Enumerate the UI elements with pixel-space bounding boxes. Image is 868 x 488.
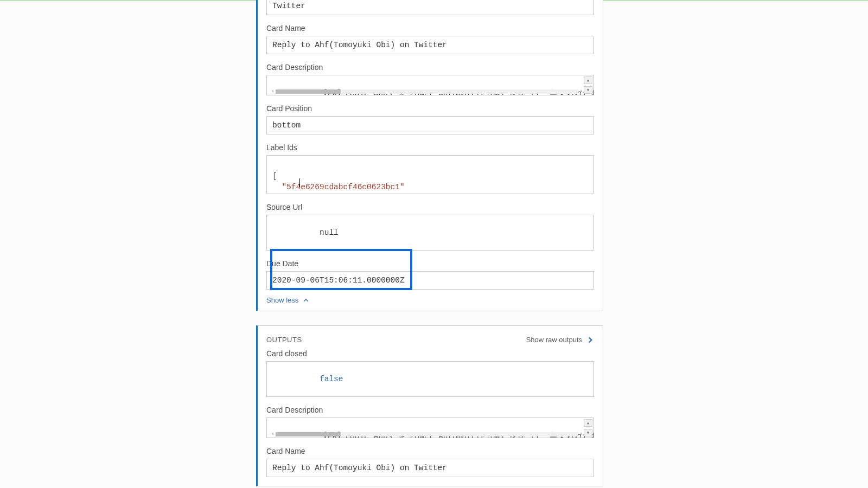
card-name-label: Card Name (266, 24, 594, 33)
field-card-name: Card Name Reply to Ahf(Tomoyuki Obi) on … (266, 24, 594, 54)
show-less-link[interactable]: Show less (266, 296, 309, 304)
scroll-left-icon[interactable]: ‹ (270, 89, 276, 94)
scroll-track[interactable] (276, 432, 578, 436)
scroll-down-button[interactable]: ▾ (584, 429, 592, 436)
source-url-value[interactable]: null (266, 215, 594, 251)
scroll-up-button[interactable]: ▴ (584, 419, 592, 427)
field-card-position: Card Position bottom (266, 104, 594, 134)
scroll-track[interactable] (276, 89, 578, 94)
card-closed-label: Card closed (266, 349, 594, 358)
out-card-name-label: Card Name (266, 447, 594, 455)
text-caret (299, 178, 300, 187)
card-description-value[interactable]: 【PR】Logic Apps や Power Automate(Flow) を使… (266, 75, 594, 95)
field-card-closed: Card closed false (266, 349, 594, 397)
card-name-value[interactable]: Reply to Ahf(Tomoyuki Obi) on Twitter (266, 36, 594, 54)
card-closed-value[interactable]: false (266, 361, 594, 397)
field-due-date: Due Date 2020-09-06T15:06:11.0000000Z (266, 259, 594, 290)
scroll-left-icon[interactable]: ‹ (270, 432, 276, 436)
card-closed-text: false (320, 375, 343, 383)
source-url-label: Source Url (266, 203, 594, 211)
chevron-right-icon (586, 336, 594, 344)
card-position-label: Card Position (266, 104, 594, 113)
scroll-right-icon[interactable]: › (578, 432, 584, 436)
label-ids-close: ] (272, 194, 277, 194)
card-position-value[interactable]: bottom (266, 116, 594, 134)
source-url-text: null (320, 228, 339, 237)
due-date-value[interactable]: 2020-09-06T15:06:11.0000000Z (266, 271, 594, 290)
label-ids-value[interactable]: [ "5f4e6269cdabcf46c0623bc1" ] (266, 155, 594, 194)
due-date-label: Due Date (266, 259, 594, 268)
h-scrollbar[interactable]: ‹ › (270, 89, 584, 94)
out-card-description-value[interactable]: 【PR】Logic Apps や Power Automate(Flow) を使… (266, 418, 594, 438)
label-ids-label: Label Ids (266, 143, 594, 152)
scroll-thumb[interactable] (276, 89, 341, 94)
field-source-url: Source Url null (266, 203, 594, 251)
outputs-header: OUTPUTS Show raw outputs (266, 333, 594, 349)
out-card-description-label: Card Description (266, 406, 594, 414)
outputs-title: OUTPUTS (266, 336, 302, 344)
inputs-panel: Twitter Card Name Reply to Ahf(Tomoyuki … (256, 0, 603, 311)
out-card-name-value[interactable]: Reply to Ahf(Tomoyuki Obi) on Twitter (266, 459, 594, 477)
field-twitter: Twitter (266, 0, 594, 15)
label-ids-open: [ (272, 172, 277, 181)
viewport: Twitter Card Name Reply to Ahf(Tomoyuki … (0, 0, 868, 488)
twitter-value[interactable]: Twitter (266, 0, 594, 15)
run-details-column: Twitter Card Name Reply to Ahf(Tomoyuki … (256, 0, 603, 488)
field-label-ids: Label Ids [ "5f4e6269cdabcf46c0623bc1" ] (266, 143, 594, 194)
scroll-up-button[interactable]: ▴ (584, 76, 592, 84)
show-raw-outputs-link[interactable]: Show raw outputs (526, 336, 594, 344)
outputs-panel: OUTPUTS Show raw outputs Card closed fal… (256, 325, 603, 486)
scroll-right-icon[interactable]: › (578, 89, 584, 94)
show-raw-outputs-label: Show raw outputs (526, 336, 582, 344)
card-description-label: Card Description (266, 63, 594, 72)
scroll-down-button[interactable]: ▾ (584, 86, 592, 94)
scroll-thumb[interactable] (276, 432, 341, 436)
chevron-up-icon (303, 297, 309, 304)
label-ids-string: "5f4e6269cdabcf46c0623bc1" (282, 183, 404, 191)
h-scrollbar[interactable]: ‹ › (270, 432, 584, 436)
field-out-card-name: Card Name Reply to Ahf(Tomoyuki Obi) on … (266, 447, 594, 477)
field-out-card-description: Card Description 【PR】Logic Apps や Power … (266, 406, 594, 438)
show-less-label: Show less (266, 296, 298, 304)
field-card-description: Card Description 【PR】Logic Apps や Power … (266, 63, 594, 95)
